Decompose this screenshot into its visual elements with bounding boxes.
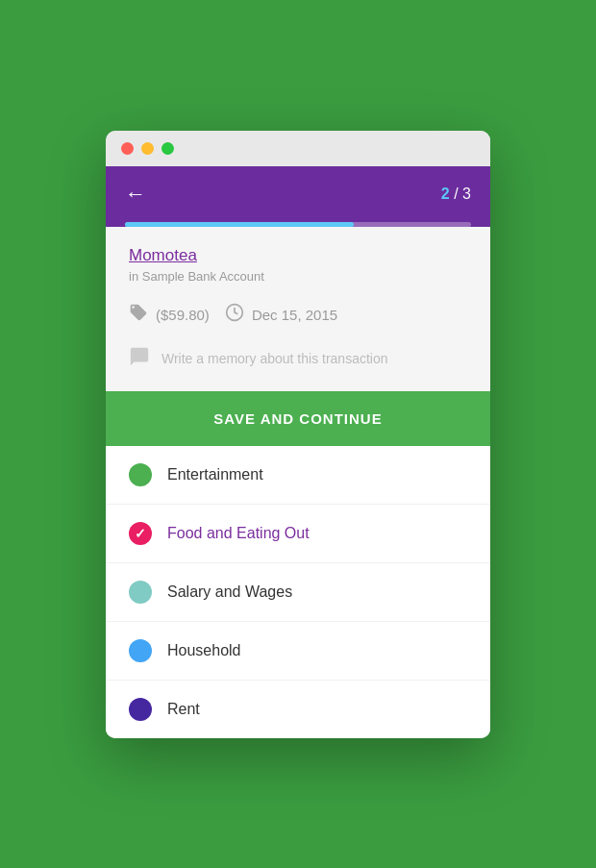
category-item-rent[interactable]: Rent [106, 681, 490, 738]
category-label-food-eating-out: Food and Eating Out [167, 525, 310, 542]
transaction-amount: ($59.80) [156, 307, 210, 323]
transaction-date: Dec 15, 2015 [252, 307, 337, 323]
minimize-button[interactable] [141, 142, 154, 155]
progress-indicator: 2 / 3 [441, 186, 471, 203]
progress-current: 2 [441, 186, 450, 202]
transaction-account: in Sample Bank Account [129, 269, 467, 284]
category-label-entertainment: Entertainment [167, 466, 263, 484]
transaction-name[interactable]: Momotea [129, 246, 467, 265]
transaction-details: ($59.80) Dec 15, 2015 [129, 303, 467, 327]
category-item-household[interactable]: Household [106, 622, 490, 681]
category-dot-entertainment [129, 463, 152, 486]
close-button[interactable] [121, 142, 134, 155]
date-detail: Dec 15, 2015 [225, 303, 337, 327]
category-item-food-eating-out[interactable]: ✓ Food and Eating Out [106, 505, 490, 563]
category-dot-rent [129, 698, 152, 721]
transaction-section: Momotea in Sample Bank Account ($59.80) [106, 227, 490, 391]
selected-check-icon: ✓ [135, 526, 146, 541]
title-bar [106, 131, 490, 166]
comment-icon [129, 346, 150, 372]
header-top: ← 2 / 3 [125, 182, 471, 207]
memory-placeholder[interactable]: Write a memory about this transaction [161, 351, 388, 366]
category-dot-food-eating-out: ✓ [129, 522, 152, 545]
category-label-household: Household [167, 642, 241, 659]
tag-icon [129, 303, 148, 327]
memory-row: Write a memory about this transaction [129, 346, 467, 372]
back-button[interactable]: ← [125, 182, 146, 207]
app-window: ← 2 / 3 Momotea in Sample Bank Account (… [106, 131, 490, 738]
header: ← 2 / 3 [106, 166, 490, 227]
category-dot-household [129, 639, 152, 662]
clock-icon [225, 303, 244, 327]
category-label-salary-wages: Salary and Wages [167, 583, 292, 601]
save-continue-button[interactable]: SAVE AND CONTINUE [106, 391, 490, 446]
progress-total: 3 [462, 186, 471, 202]
category-list: Entertainment ✓ Food and Eating Out Sala… [106, 446, 490, 738]
maximize-button[interactable] [161, 142, 174, 155]
progress-separator: / [450, 186, 462, 202]
amount-detail: ($59.80) [129, 303, 210, 327]
category-dot-salary-wages [129, 581, 152, 604]
category-item-entertainment[interactable]: Entertainment [106, 446, 490, 505]
category-item-salary-wages[interactable]: Salary and Wages [106, 563, 490, 622]
category-label-rent: Rent [167, 701, 200, 718]
